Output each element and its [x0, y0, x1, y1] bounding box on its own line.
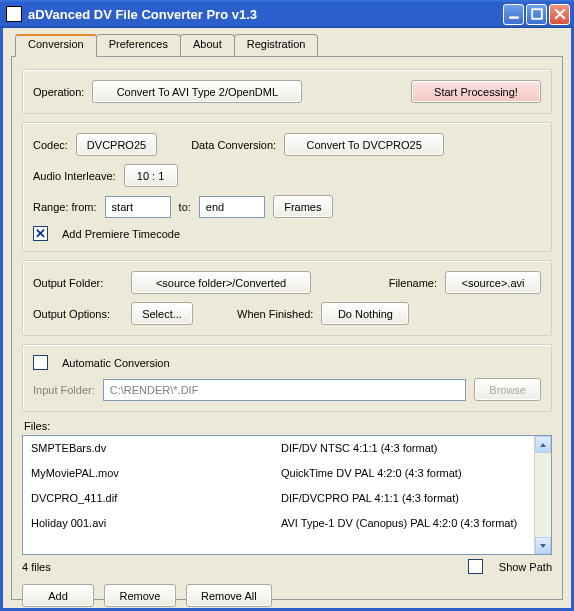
add-button[interactable]: Add — [22, 584, 94, 607]
list-item[interactable]: MyMoviePAL.mov QuickTime DV PAL 4:2:0 (4… — [23, 461, 534, 486]
show-path-label: Show Path — [499, 561, 552, 573]
automatic-conversion-label: Automatic Conversion — [62, 357, 170, 369]
minimize-button[interactable] — [503, 4, 524, 25]
scroll-track[interactable] — [535, 453, 551, 537]
input-folder-field[interactable]: C:\RENDER\*.DIF — [103, 379, 467, 401]
data-conversion-label: Data Conversion: — [191, 139, 276, 151]
remove-all-button[interactable]: Remove All — [186, 584, 272, 607]
operation-label: Operation: — [33, 86, 84, 98]
output-section: Output Folder: <source folder>/Converted… — [22, 260, 552, 336]
list-item[interactable]: DVCPRO_411.dif DIF/DVCPRO PAL 4:1:1 (4:3… — [23, 486, 534, 511]
files-list: SMPTEBars.dv DIF/DV NTSC 4:1:1 (4:3 form… — [23, 436, 534, 554]
range-to-input[interactable]: end — [199, 196, 265, 218]
svg-rect-0 — [509, 16, 519, 18]
data-conversion-dropdown[interactable]: Convert To DVCPRO25 — [284, 133, 444, 156]
tab-preferences[interactable]: Preferences — [96, 34, 181, 56]
app-icon — [6, 6, 22, 22]
remove-button[interactable]: Remove — [104, 584, 176, 607]
operation-dropdown[interactable]: Convert To AVI Type 2/OpenDML — [92, 80, 302, 103]
svg-rect-1 — [532, 9, 542, 19]
file-desc: QuickTime DV PAL 4:2:0 (4:3 format) — [281, 467, 526, 479]
filename-dropdown[interactable]: <source>.avi — [445, 271, 541, 294]
close-icon — [554, 8, 566, 20]
operation-section: Operation: Convert To AVI Type 2/OpenDML… — [22, 69, 552, 114]
automatic-conversion-checkbox[interactable] — [33, 355, 48, 370]
file-name: Holiday 001.avi — [31, 517, 281, 529]
maximize-button[interactable] — [526, 4, 547, 25]
file-desc: DIF/DV NTSC 4:1:1 (4:3 format) — [281, 442, 526, 454]
window-title: aDVanced DV File Converter Pro v1.3 — [28, 7, 503, 22]
file-name: SMPTEBars.dv — [31, 442, 281, 454]
filename-label: Filename: — [389, 277, 437, 289]
files-label: Files: — [24, 420, 552, 432]
titlebar[interactable]: aDVanced DV File Converter Pro v1.3 — [0, 0, 574, 28]
when-finished-dropdown[interactable]: Do Nothing — [321, 302, 409, 325]
file-name: MyMoviePAL.mov — [31, 467, 281, 479]
output-folder-dropdown[interactable]: <source folder>/Converted — [131, 271, 311, 294]
output-options-label: Output Options: — [33, 308, 123, 320]
maximize-icon — [531, 8, 543, 20]
range-to-label: to: — [179, 201, 191, 213]
tab-about[interactable]: About — [180, 34, 235, 56]
browse-button: Browse — [474, 378, 541, 401]
files-scrollbar[interactable] — [534, 436, 551, 554]
close-button[interactable] — [549, 4, 570, 25]
tab-strip: Conversion Preferences About Registratio… — [15, 34, 563, 56]
file-desc: AVI Type-1 DV (Canopus) PAL 4:2:0 (4:3 f… — [281, 517, 526, 529]
autoconv-section: Automatic Conversion Input Folder: C:\RE… — [22, 344, 552, 412]
chevron-up-icon — [539, 441, 547, 449]
files-listbox[interactable]: SMPTEBars.dv DIF/DV NTSC 4:1:1 (4:3 form… — [22, 435, 552, 555]
chevron-down-icon — [539, 542, 547, 550]
audio-interleave-label: Audio Interleave: — [33, 170, 116, 182]
scroll-down-button[interactable] — [535, 537, 551, 554]
tab-registration[interactable]: Registration — [234, 34, 319, 56]
output-folder-label: Output Folder: — [33, 277, 123, 289]
scroll-up-button[interactable] — [535, 436, 551, 453]
audio-interleave-dropdown[interactable]: 10 : 1 — [124, 164, 178, 187]
start-processing-button[interactable]: Start Processing! — [411, 80, 541, 103]
range-from-label: Range: from: — [33, 201, 97, 213]
file-name: DVCPRO_411.dif — [31, 492, 281, 504]
codec-dropdown[interactable]: DVCPRO25 — [76, 133, 157, 156]
list-item[interactable]: Holiday 001.avi AVI Type-1 DV (Canopus) … — [23, 511, 534, 536]
tab-conversion[interactable]: Conversion — [15, 34, 97, 57]
input-folder-label: Input Folder: — [33, 384, 95, 396]
file-count-text: 4 files — [22, 561, 51, 573]
output-options-button[interactable]: Select... — [131, 302, 193, 325]
codec-label: Codec: — [33, 139, 68, 151]
file-desc: DIF/DVCPRO PAL 4:1:1 (4:3 format) — [281, 492, 526, 504]
add-timecode-checkbox[interactable] — [33, 226, 48, 241]
range-from-input[interactable]: start — [105, 196, 171, 218]
minimize-icon — [508, 8, 520, 20]
add-timecode-label: Add Premiere Timecode — [62, 228, 180, 240]
codec-section: Codec: DVCPRO25 Data Conversion: Convert… — [22, 122, 552, 252]
when-finished-label: When Finished: — [237, 308, 313, 320]
list-item[interactable]: SMPTEBars.dv DIF/DV NTSC 4:1:1 (4:3 form… — [23, 436, 534, 461]
show-path-checkbox[interactable] — [468, 559, 483, 574]
range-units-button[interactable]: Frames — [273, 195, 333, 218]
conversion-panel: Operation: Convert To AVI Type 2/OpenDML… — [11, 56, 563, 600]
